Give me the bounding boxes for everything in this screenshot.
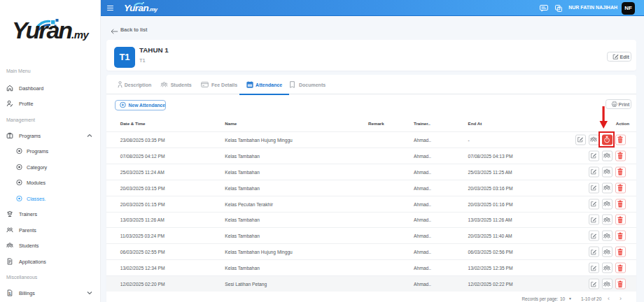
svg-text:$: $	[8, 292, 11, 296]
svg-text:a: a	[558, 5, 560, 9]
